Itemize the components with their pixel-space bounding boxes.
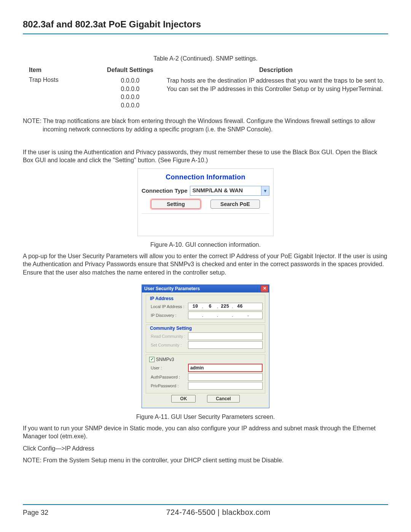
snmpv3-label: SNMPv3 (156, 357, 174, 362)
search-poe-button[interactable]: Search PoE (210, 200, 260, 209)
figure-a11-caption: Figure A-11. GUI User Security Parameter… (23, 414, 388, 420)
conn-type-select[interactable]: SNMP/LAN & WAN ▾ (190, 186, 269, 196)
ok-button[interactable]: OK (171, 395, 196, 403)
th-default: Default Settings (97, 67, 164, 77)
usp-title-text: User Security Parameters (144, 286, 261, 291)
conn-lower-panel (142, 213, 269, 233)
user-label: User : (148, 366, 188, 370)
set-community-label: Set Community : (148, 343, 188, 347)
figure-a10: Connection Information Connection Type S… (23, 168, 388, 236)
privpassword-input[interactable] (188, 382, 263, 390)
authpassword-label: AuthPassword : (148, 375, 188, 379)
page-header: 802.3af and 802.3at PoE Gigabit Injector… (23, 19, 388, 34)
ip-octet[interactable]: 225 (220, 304, 230, 309)
paragraph: NOTE: From the System Setup menu in the … (23, 456, 388, 465)
ip-discovery-label: IP Discovery : (148, 313, 188, 318)
table-note: NOTE: The trap notifications are black f… (23, 117, 388, 133)
paragraph: If you want to run your SNMP device in S… (23, 424, 388, 441)
privpassword-label: PrivPassword : (148, 383, 188, 388)
page-footer: Page 32 724-746-5500 | blackbox.com (23, 504, 388, 517)
local-ip-input[interactable]: 10. 6. 225. 46 (188, 303, 263, 310)
page-number: Page 32 (23, 509, 48, 517)
checkbox-checked-icon: ✓ (149, 357, 155, 362)
ip-octet[interactable]: 10 (190, 304, 201, 309)
community-heading: Community Setting (150, 326, 263, 331)
chevron-down-icon[interactable]: ▾ (261, 186, 269, 195)
ip-octet[interactable]: 6 (205, 304, 215, 309)
ip-discovery-input[interactable]: . . . - (188, 312, 263, 319)
ip-octet[interactable]: 46 (234, 304, 245, 309)
close-icon[interactable]: ✕ (261, 285, 268, 292)
community-group: Community Setting Read Community : Set C… (146, 324, 265, 353)
conn-info-title: Connection Information (142, 173, 269, 181)
snmp-table: Item Default Settings Description Trap H… (23, 67, 388, 111)
cell-item: Trap Hosts (23, 77, 97, 111)
cell-default: 0.0.0.0 0.0.0.0 0.0.0.0 0.0.0.0 (97, 77, 164, 111)
cancel-button[interactable]: Cancel (207, 395, 239, 403)
table-row: Trap Hosts 0.0.0.0 0.0.0.0 0.0.0.0 0.0.0… (23, 77, 388, 111)
local-ip-label: Local IP Address : (148, 304, 188, 309)
ip-address-heading: IP Address (150, 296, 263, 301)
user-input[interactable]: admin (188, 364, 263, 372)
ip-address-group: IP Address Local IP Address : 10. 6. 225… (146, 295, 265, 323)
read-community-input[interactable] (188, 332, 263, 340)
read-community-label: Read Community : (148, 334, 188, 339)
conn-type-label: Connection Type (142, 187, 188, 194)
authpassword-input[interactable] (188, 373, 263, 381)
footer-contact: 724-746-5500 | blackbox.com (48, 508, 388, 517)
snmpv3-group: ✓ SNMPv3 User : admin AuthPassword : Pri… (146, 354, 265, 393)
th-desc: Description (164, 67, 388, 77)
figure-a11: User Security Parameters ✕ IP Address Lo… (23, 284, 388, 408)
th-item: Item (23, 67, 97, 77)
paragraph: A pop-up for the User Security Parameter… (23, 252, 388, 277)
conn-type-value: SNMP/LAN & WAN (190, 186, 261, 195)
cell-desc: Trap hosts are the destination IP addres… (164, 77, 388, 111)
snmpv3-checkbox[interactable]: ✓ SNMPv3 (149, 357, 263, 362)
usp-titlebar: User Security Parameters ✕ (142, 285, 269, 292)
paragraph: If the user is using the Authentication … (23, 148, 388, 165)
set-community-input[interactable] (188, 341, 263, 349)
paragraph: Click Config—>IP Address (23, 444, 388, 453)
setting-button[interactable]: Setting (151, 200, 201, 209)
table-caption: Table A-2 (Continued). SNMP settings. (23, 55, 388, 62)
figure-a10-caption: Figure A-10. GUI connection information. (23, 241, 388, 248)
